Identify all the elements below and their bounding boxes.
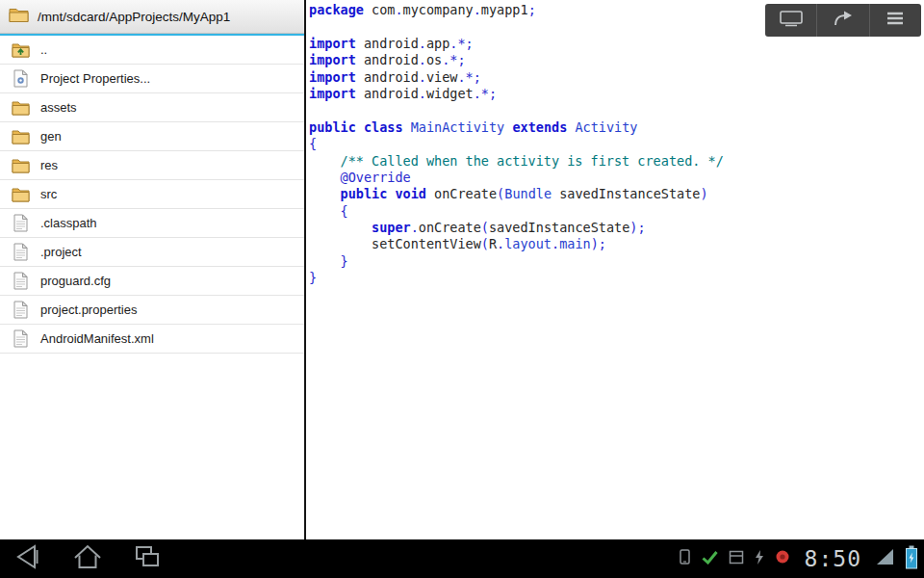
file-item-label: .. [40, 42, 47, 57]
signal-icon [876, 548, 894, 569]
file-item-label: project.properties [40, 302, 137, 317]
code-line: { [309, 203, 924, 220]
keyboard-icon [779, 9, 804, 32]
menu-icon [885, 10, 906, 31]
home-icon [70, 541, 105, 576]
redo-icon [832, 9, 855, 32]
code-line: public void onCreate(Bundle savedInstanc… [309, 186, 924, 202]
folder-icon [10, 158, 31, 173]
file-item-project[interactable]: .project [0, 238, 304, 267]
file-item-res[interactable]: res [0, 151, 304, 180]
record-status-icon [775, 549, 790, 568]
code-line: import android.app.*; [309, 36, 924, 52]
status-area[interactable]: 8:50 [679, 545, 924, 573]
code-area[interactable]: package com.mycompany.myapp1; import and… [306, 0, 924, 287]
menu-button[interactable] [869, 4, 921, 37]
folder-icon [10, 100, 31, 116]
code-editor[interactable]: package com.mycompany.myapp1; import and… [306, 0, 924, 539]
file-item-label: .classpath [40, 216, 97, 230]
file-item-label: res [40, 158, 58, 172]
file-item-label: gen [40, 129, 62, 144]
check-status-icon [702, 550, 718, 568]
file-item-label: .project [40, 245, 82, 259]
code-line: super.onCreate(savedInstanceState); [309, 220, 924, 236]
folder-up-icon [10, 42, 31, 58]
code-line: import android.widget.*; [309, 86, 924, 102]
bolt-status-icon [755, 550, 764, 568]
file-icon [10, 272, 31, 290]
file-item-label: AndroidManifest.xml [40, 331, 154, 346]
code-line: public class MainActivity extends Activi… [309, 119, 924, 136]
recents-button[interactable] [129, 542, 166, 575]
file-item-src[interactable]: src [0, 180, 304, 209]
current-path: /mnt/sdcard/AppProjects/MyApp1 [38, 10, 230, 24]
system-bar: 8:50 [0, 539, 924, 578]
file-item-classpath[interactable]: .classpath [0, 209, 304, 238]
clock: 8:50 [801, 548, 865, 570]
package-status-icon [729, 550, 744, 568]
code-line: import android.view.*; [309, 69, 924, 86]
recents-icon [130, 541, 165, 576]
code-line: setContentView(R.layout.main); [309, 236, 924, 252]
code-line: } [309, 270, 924, 286]
file-item-proguard[interactable]: proguard.cfg [0, 267, 304, 296]
battery-icon [905, 545, 918, 573]
code-line [309, 102, 924, 118]
home-button[interactable] [69, 542, 106, 575]
file-item-androidmanifest[interactable]: AndroidManifest.xml [0, 325, 304, 354]
current-path-header[interactable]: /mnt/sdcard/AppProjects/MyApp1 [0, 0, 304, 34]
editor-toolbar [765, 4, 921, 37]
file-list: .. Project Properties... [0, 36, 304, 354]
file-item-label: assets [40, 100, 77, 115]
folder-icon [10, 129, 31, 144]
file-icon [10, 329, 31, 348]
file-icon [10, 214, 31, 232]
file-item-label: Project Properties... [40, 71, 150, 86]
file-item-project-properties[interactable]: Project Properties... [0, 65, 304, 93]
aide-app-screen: /mnt/sdcard/AppProjects/MyApp1 .. [0, 0, 924, 578]
file-item-gen[interactable]: gen [0, 122, 304, 151]
code-line: /** Called when the activity is first cr… [309, 153, 924, 170]
file-item-project-properties-file[interactable]: project.properties [0, 296, 304, 325]
folder-icon [10, 187, 31, 202]
code-line: import android.os.*; [309, 52, 924, 68]
project-properties-icon [10, 69, 31, 88]
file-item-label: proguard.cfg [40, 274, 111, 288]
file-item-parent-dir[interactable]: .. [0, 36, 304, 65]
code-line: } [309, 253, 924, 270]
code-line: @Override [309, 170, 924, 186]
file-item-assets[interactable]: assets [0, 93, 304, 122]
back-button[interactable] [10, 542, 46, 575]
file-item-label: src [40, 187, 57, 201]
keyboard-button[interactable] [765, 4, 816, 37]
device-status-icon [679, 549, 691, 569]
redo-button[interactable] [816, 4, 868, 37]
code-line: { [309, 136, 924, 152]
file-browser-panel: /mnt/sdcard/AppProjects/MyApp1 .. [0, 0, 304, 539]
back-icon [11, 541, 45, 576]
file-icon [10, 301, 31, 319]
file-icon [10, 243, 31, 261]
folder-icon [9, 7, 29, 26]
nav-buttons [0, 542, 166, 575]
